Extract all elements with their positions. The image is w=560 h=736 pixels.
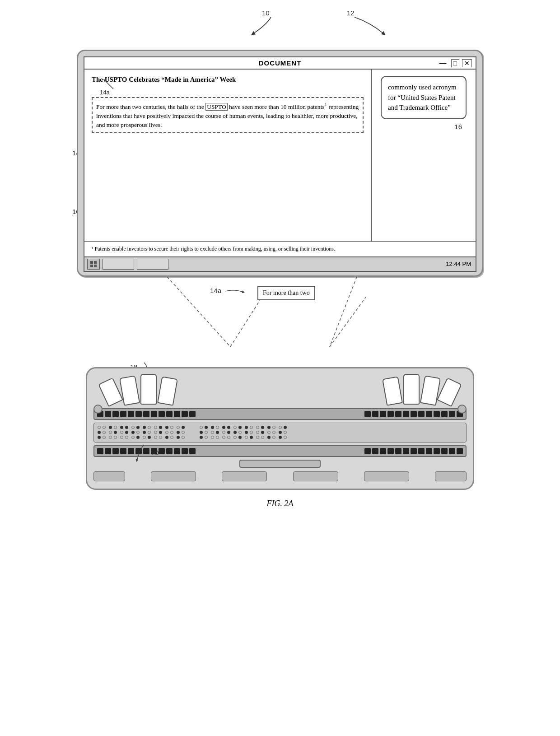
finger-r3	[420, 375, 441, 405]
left-hand	[103, 374, 176, 405]
close-button[interactable]: ✕	[462, 59, 472, 67]
nav-key[interactable]	[441, 411, 448, 417]
nav-key[interactable]	[387, 411, 394, 417]
svg-rect-0	[90, 261, 93, 264]
nav-key[interactable]	[372, 448, 378, 454]
footnote-area: ¹ Patents enable inventors to secure the…	[84, 241, 476, 256]
finger-r2	[403, 374, 420, 405]
tooltip-bubble: commonly used acronym for “United States…	[381, 76, 467, 119]
doc-sidebar: commonly used acronym for “United States…	[372, 70, 476, 241]
svg-line-5	[330, 277, 357, 347]
nav-key[interactable]	[159, 448, 165, 454]
taskbar: 12:44 PM	[84, 256, 476, 271]
nav-key[interactable]	[112, 411, 119, 417]
figure-caption: FIG. 2A	[267, 499, 294, 508]
window-controls: — □ ✕	[438, 59, 472, 67]
bottom-btn-1[interactable]	[93, 471, 125, 481]
maximize-button[interactable]: □	[451, 59, 459, 67]
nav-key[interactable]	[457, 448, 463, 454]
ref-16-right: 16	[454, 123, 462, 130]
title-bar: DOCUMENT — □ ✕	[84, 57, 476, 70]
nav-key[interactable]	[166, 411, 173, 417]
nav-key[interactable]	[449, 411, 455, 417]
svg-rect-3	[94, 265, 97, 267]
svg-rect-2	[90, 265, 93, 267]
nav-key[interactable]	[143, 411, 149, 417]
svg-line-6	[230, 297, 262, 347]
bottom-buttons-row	[93, 471, 467, 481]
nav-key[interactable]	[426, 448, 432, 454]
nav-key[interactable]	[372, 411, 378, 417]
nav-key[interactable]	[387, 448, 394, 454]
monitor-screen: DOCUMENT — □ ✕ The USPTO Celebrates “Mad…	[84, 56, 476, 272]
nav-key[interactable]	[128, 448, 134, 454]
bottom-btn-3[interactable]	[222, 471, 267, 481]
uspto-highlighted: USPTO	[205, 103, 228, 111]
nav-key[interactable]	[441, 448, 448, 454]
nav-key[interactable]	[120, 411, 126, 417]
spacebar[interactable]	[239, 460, 321, 468]
svg-rect-1	[94, 261, 97, 264]
nav-key[interactable]	[166, 448, 173, 454]
nav-key[interactable]	[411, 411, 417, 417]
nav-key[interactable]	[395, 448, 401, 454]
nav-keys-row	[93, 408, 467, 420]
nav-key[interactable]	[159, 411, 165, 417]
nav-key[interactable]	[395, 411, 401, 417]
nav-key[interactable]	[174, 411, 180, 417]
nav-keys-right	[364, 411, 463, 417]
document-content: The USPTO Celebrates “Made in America” W…	[84, 70, 476, 241]
finger-l3	[140, 374, 157, 405]
document-title-bar-label: DOCUMENT	[259, 59, 302, 67]
nav-key[interactable]	[380, 448, 386, 454]
minimize-button[interactable]: —	[438, 59, 448, 67]
fingers-illustration	[93, 374, 467, 405]
nav-key[interactable]	[434, 448, 440, 454]
taskbar-time: 12:44 PM	[446, 261, 473, 267]
finger-l4	[157, 376, 178, 405]
nav-key[interactable]	[411, 448, 417, 454]
nav-key[interactable]	[105, 411, 111, 417]
nav-key[interactable]	[120, 448, 126, 454]
ref-14a-callout: 14a	[210, 287, 221, 294]
nav-key[interactable]	[182, 448, 188, 454]
nav-key[interactable]	[151, 411, 157, 417]
ref-20: 20	[151, 449, 159, 457]
nav-key[interactable]	[128, 411, 134, 417]
nav-key[interactable]	[403, 448, 409, 454]
nav-key[interactable]	[105, 448, 111, 454]
taskbar-item-2[interactable]	[137, 259, 168, 270]
nav-key[interactable]	[403, 411, 409, 417]
svg-line-7	[330, 297, 366, 347]
nav-key[interactable]	[174, 448, 180, 454]
nav-key[interactable]	[380, 411, 386, 417]
nav-key[interactable]	[434, 411, 440, 417]
document-main: The USPTO Celebrates “Made in America” W…	[84, 70, 372, 241]
taskbar-item-1[interactable]	[103, 259, 134, 270]
nav-key[interactable]	[426, 411, 432, 417]
nav-key[interactable]	[189, 411, 196, 417]
finger-r1	[382, 376, 403, 405]
keyboard-device	[86, 367, 474, 490]
start-button[interactable]	[87, 259, 100, 270]
nav-key[interactable]	[112, 448, 119, 454]
nav-key[interactable]	[364, 411, 371, 417]
bottom-btn-2[interactable]	[151, 471, 196, 481]
nav-key[interactable]	[135, 411, 142, 417]
finger-l2	[119, 375, 140, 405]
side-button-left[interactable]	[93, 405, 103, 414]
nav-key[interactable]	[449, 448, 455, 454]
nav-key[interactable]	[364, 448, 371, 454]
nav-keys-right-2	[364, 448, 463, 454]
bottom-btn-4[interactable]	[293, 471, 338, 481]
nav-keys-left	[97, 411, 196, 417]
nav-key[interactable]	[97, 448, 103, 454]
side-button-right[interactable]	[457, 405, 467, 414]
taskbar-left	[87, 259, 168, 270]
bottom-btn-6[interactable]	[435, 471, 467, 481]
nav-key[interactable]	[189, 448, 196, 454]
nav-key[interactable]	[418, 411, 425, 417]
nav-key[interactable]	[418, 448, 425, 454]
nav-key[interactable]	[182, 411, 188, 417]
bottom-btn-5[interactable]	[364, 471, 409, 481]
